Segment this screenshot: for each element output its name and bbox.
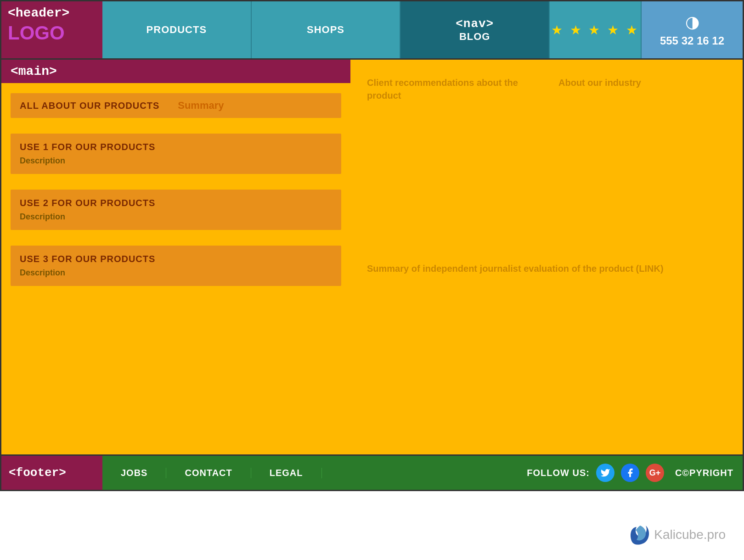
nav-blog[interactable]: <nav> BLOG bbox=[400, 1, 550, 58]
section-1: USE 1 FOR OUR PRODUCTS Description bbox=[11, 134, 341, 174]
footer-nav-legal[interactable]: LEGAL bbox=[251, 468, 322, 478]
main-content-left: ALL ABOUT OUR PRODUCTS Summary USE 1 FOR… bbox=[1, 83, 350, 454]
section-2-desc: Description bbox=[20, 212, 332, 222]
right-card-recommendations-text: Client recommendations about the product bbox=[367, 76, 535, 102]
main-right: Client recommendations about the product… bbox=[350, 60, 743, 454]
google-plus-icon[interactable]: G+ bbox=[646, 464, 664, 482]
footer-nav-jobs[interactable]: JOBS bbox=[102, 468, 166, 478]
phone-number: 555 32 16 12 bbox=[660, 34, 724, 47]
logo: LOGO bbox=[8, 22, 96, 44]
header-tag: <header> bbox=[8, 6, 96, 20]
phone-box: ◑ 555 32 16 12 bbox=[642, 1, 743, 58]
right-card-industry: About our industry bbox=[551, 69, 733, 245]
nav-products[interactable]: PRODUCTS bbox=[102, 1, 252, 58]
right-card-journalist-text: Summary of independent journalist evalua… bbox=[367, 262, 726, 275]
main-tag: <main> bbox=[11, 64, 57, 78]
brand-logo-icon bbox=[627, 523, 650, 546]
header-label-box: <header> LOGO bbox=[1, 1, 102, 58]
facebook-icon[interactable] bbox=[621, 464, 639, 482]
nav-area: PRODUCTS SHOPS <nav> BLOG bbox=[102, 1, 550, 58]
right-card-journalist: Summary of independent journalist evalua… bbox=[360, 254, 733, 445]
top-section: ALL ABOUT OUR PRODUCTS Summary bbox=[11, 93, 341, 118]
footer-nav-contact[interactable]: CONTACT bbox=[166, 468, 251, 478]
spacer-3 bbox=[1, 234, 350, 242]
section-3-title: USE 3 FOR OUR PRODUCTS bbox=[20, 254, 332, 264]
footer-label-box: <footer> bbox=[1, 456, 102, 490]
stars: ★ ★ ★ ★ ★ bbox=[551, 22, 639, 38]
nav-shops[interactable]: SHOPS bbox=[252, 1, 401, 58]
follow-label: FOLLOW US: bbox=[527, 468, 590, 478]
branding: Kalicube.pro bbox=[627, 523, 726, 546]
spacer-1 bbox=[1, 122, 350, 130]
section-1-desc: Description bbox=[20, 156, 332, 166]
section-1-title: USE 1 FOR OUR PRODUCTS bbox=[20, 142, 332, 152]
section-2: USE 2 FOR OUR PRODUCTS Description bbox=[11, 190, 341, 230]
section-3-desc: Description bbox=[20, 268, 332, 278]
brand-name: Kalicube.pro bbox=[654, 527, 726, 542]
twitter-icon[interactable] bbox=[596, 464, 614, 482]
right-card-industry-text: About our industry bbox=[558, 76, 726, 89]
main-wrapper: <main> ALL ABOUT OUR PRODUCTS Summary US… bbox=[0, 60, 744, 454]
nav-tag: <nav> bbox=[456, 17, 494, 31]
section-2-title: USE 2 FOR OUR PRODUCTS bbox=[20, 198, 332, 208]
main-left: <main> ALL ABOUT OUR PRODUCTS Summary US… bbox=[1, 60, 350, 454]
right-top: Client recommendations about the product… bbox=[360, 69, 733, 245]
copyright-text: C©PYRIGHT bbox=[675, 468, 733, 478]
phone-icon: ◑ bbox=[685, 12, 699, 32]
top-section-summary: Summary bbox=[178, 100, 224, 112]
footer: <footer> JOBS CONTACT LEGAL FOLLOW US: G… bbox=[0, 454, 744, 491]
section-3: USE 3 FOR OUR PRODUCTS Description bbox=[11, 246, 341, 286]
main-tag-bar: <main> bbox=[1, 60, 350, 83]
footer-right: FOLLOW US: G+ C©PYRIGHT bbox=[513, 456, 743, 490]
right-card-recommendations: Client recommendations about the product bbox=[360, 69, 542, 245]
spacer-4 bbox=[1, 290, 350, 298]
footer-nav: JOBS CONTACT LEGAL bbox=[102, 456, 513, 490]
spacer-2 bbox=[1, 178, 350, 186]
stars-box: ★ ★ ★ ★ ★ bbox=[550, 1, 642, 58]
footer-tag: <footer> bbox=[9, 466, 66, 480]
header: <header> LOGO PRODUCTS SHOPS <nav> BLOG … bbox=[0, 0, 744, 60]
top-section-title: ALL ABOUT OUR PRODUCTS bbox=[20, 101, 159, 111]
